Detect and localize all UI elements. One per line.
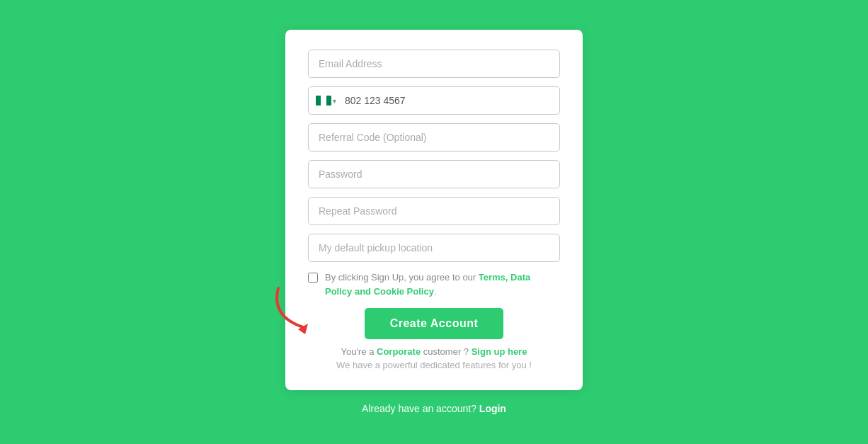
features-text: We have a powerful dedicated features fo…	[308, 360, 560, 370]
referral-input[interactable]	[308, 123, 560, 152]
repeat-password-input[interactable]	[308, 197, 560, 225]
phone-input[interactable]	[341, 87, 552, 114]
pickup-input[interactable]	[308, 234, 560, 262]
corporate-link[interactable]: Corporate	[377, 346, 421, 357]
password-input[interactable]	[308, 160, 560, 188]
svg-marker-0	[298, 324, 308, 334]
phone-row: ▾	[308, 86, 560, 115]
signup-link[interactable]: Sign up here	[472, 346, 527, 357]
email-input[interactable]	[308, 50, 560, 78]
terms-text: By clicking Sign Up, you agree to our Te…	[325, 271, 560, 298]
card: ▾ By clicking Sign Up, you agree to our …	[285, 30, 583, 390]
flag-selector[interactable]: ▾	[316, 96, 341, 106]
login-link[interactable]: Login	[479, 403, 506, 414]
terms-checkbox[interactable]	[308, 273, 318, 283]
terms-row: By clicking Sign Up, you agree to our Te…	[308, 271, 560, 298]
repeat-password-group	[308, 197, 560, 225]
chevron-down-icon: ▾	[333, 97, 336, 105]
pickup-group	[308, 234, 560, 262]
email-group	[308, 50, 560, 78]
login-prefix: Already have an account?	[362, 403, 479, 414]
corporate-prefix: You're a	[341, 346, 377, 357]
corporate-middle: customer ?	[421, 346, 472, 357]
login-row: Already have an account? Login	[362, 403, 506, 414]
nigeria-flag	[316, 96, 331, 106]
password-group	[308, 160, 560, 188]
corporate-row: You're a Corporate customer ? Sign up he…	[308, 346, 560, 357]
referral-group	[308, 123, 560, 152]
phone-group: ▾	[308, 86, 560, 115]
create-account-button[interactable]: Create Account	[365, 308, 503, 339]
